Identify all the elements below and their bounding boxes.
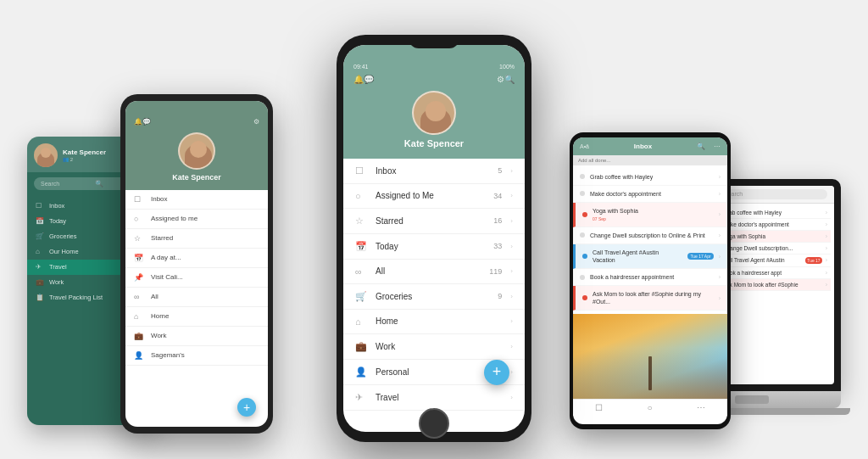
list-item[interactable]: 📅 Today 33 › <box>343 234 525 260</box>
tasks-icon[interactable]: ☐ <box>595 403 603 412</box>
list-item[interactable]: ○ Assigned to me <box>125 210 268 229</box>
list-item[interactable]: ✈ Travel › <box>343 385 525 411</box>
chevron-right-icon: › <box>826 210 827 216</box>
list-item[interactable]: Yoga with Sophia › <box>720 231 831 243</box>
inbox-icon: ☐ <box>355 165 367 176</box>
list-item[interactable]: ○ Assigned to Me 34 › <box>343 184 525 209</box>
chevron-right-icon: › <box>719 254 721 260</box>
list-item[interactable]: ⌂ Home <box>125 307 268 327</box>
all-icon: ∞ <box>134 293 144 301</box>
task-dot <box>580 275 585 280</box>
today-icon: 📅 <box>36 217 44 226</box>
chevron-right-icon: › <box>826 257 827 263</box>
list-item[interactable]: Book a hairdresser appt › <box>720 267 831 279</box>
list-item[interactable]: Book a hairdresser appointment › <box>573 269 727 286</box>
star-icon: ☆ <box>355 216 367 227</box>
list-item[interactable]: Yoga with Sophia07 Sep › <box>573 203 727 227</box>
iphone-center: 09:41 100% 🔔 💬 ⚙ 🔍 Kate Spencer ☐ Inbox <box>337 35 531 442</box>
android-header: 🔔 💬 ⚙ Kate Spencer <box>125 101 268 190</box>
list-item[interactable]: ⌂ Home › <box>343 310 525 334</box>
avatar <box>178 132 215 170</box>
list-item[interactable]: Ask Mom to look after #Sophie › <box>720 279 831 291</box>
search-placeholder: Search <box>41 181 92 187</box>
chat-icon[interactable]: 💬 <box>142 118 151 126</box>
list-item[interactable]: ∞ All <box>125 288 268 307</box>
settings-icon[interactable]: ⚙ <box>253 118 259 126</box>
chevron-right-icon: › <box>719 295 721 301</box>
status-time: 09:41 <box>353 64 369 70</box>
chevron-right-icon: › <box>719 191 721 197</box>
inbox-icon: ☐ <box>36 202 44 210</box>
list-item[interactable]: Change Dwell subscription to Online & Pr… <box>573 227 727 244</box>
android-nav-list: ☐ Inbox ○ Assigned to me ☆ Starred 📅 A d… <box>125 190 268 366</box>
list-item[interactable]: Make doctor's appointment › <box>720 219 831 231</box>
task-dot <box>580 232 585 238</box>
more-icon[interactable]: ⋯ <box>697 403 705 412</box>
atr-bottom-nav: ☐ ○ ⋯ <box>573 399 727 416</box>
list-item[interactable]: ☆ Starred 16 › <box>343 209 525 234</box>
mac-main: Grab coffee with Hayley › Make doctor's … <box>716 204 834 383</box>
more-icon[interactable]: ⋯ <box>714 143 721 150</box>
chevron-right-icon: › <box>719 274 721 280</box>
chevron-right-icon: › <box>826 282 827 288</box>
list-item[interactable]: Change Dwell subscription... › <box>720 243 831 255</box>
avatar <box>412 91 456 135</box>
list-item[interactable]: Call Travel Agent #Austin Tue 17 › <box>720 255 831 267</box>
iphone-home-button[interactable] <box>419 408 449 439</box>
date-badge: Tue 17 <box>805 257 821 264</box>
list-item[interactable]: ∞ All 119 › <box>343 260 525 284</box>
list-item[interactable]: 💼 Work › <box>343 334 525 360</box>
date-badge: Tue 17 Apr <box>687 253 713 260</box>
assigned-icon: ○ <box>355 191 367 201</box>
person-icon: 👤 <box>355 367 367 378</box>
list-item[interactable]: 👤 Sageman's <box>125 346 268 366</box>
list-item[interactable]: ☐ Inbox 5 › <box>343 159 525 184</box>
chevron-right-icon: › <box>826 270 827 276</box>
android-phone: 🔔 💬 ⚙ Kate Spencer ☐ Inbox ○ Assigned to… <box>120 94 273 434</box>
task-dot <box>580 191 585 196</box>
atr-app-title: A•ā <box>580 143 589 149</box>
list-item[interactable]: Grab coffee with Hayley › <box>720 207 831 219</box>
fab-button[interactable]: + <box>237 398 256 417</box>
settings-icon[interactable]: ⚙ <box>497 75 504 84</box>
all-icon: ∞ <box>355 266 367 277</box>
list-item[interactable]: 📌 Visit Cali... <box>125 268 268 288</box>
travel-icon: ✈ <box>36 263 44 271</box>
chat-icon[interactable]: 💬 <box>364 75 374 84</box>
task-dot <box>582 212 587 217</box>
list-item[interactable]: Ask Mom to look after #Sophie during my … <box>573 286 727 311</box>
bell-icon[interactable]: 🔔 <box>134 118 142 126</box>
list-item[interactable]: 📅 A day at... <box>125 249 268 268</box>
search-icon[interactable]: 🔍 <box>504 75 515 84</box>
groceries-icon: 🛒 <box>36 232 44 241</box>
scene: Kate Spencer 👥 2 Search 🔍 ☐ Inbox 📅 Toda… <box>27 18 841 442</box>
work-icon: 💼 <box>36 278 44 287</box>
list-item[interactable]: ☐ Inbox <box>125 190 268 210</box>
iphone-notch <box>409 35 459 48</box>
chevron-right-icon: › <box>719 232 721 238</box>
visit-icon: 📌 <box>134 273 144 282</box>
list-icon: 📋 <box>36 294 44 302</box>
trackpad[interactable] <box>735 395 769 404</box>
bell-icon[interactable]: 🔔 <box>353 75 364 84</box>
status-battery: 100% <box>499 64 515 70</box>
list-item[interactable]: 🛒 Groceries 9 › <box>343 284 525 310</box>
list-item[interactable]: 💼 Work <box>125 327 268 346</box>
task-dot <box>582 295 587 300</box>
home-icon: ⌂ <box>134 312 144 321</box>
star-icon: ☆ <box>134 234 144 243</box>
atr-header: A•ā Inbox 🔍 ⋯ <box>573 137 727 155</box>
atr-task-list: Grab coffee with Hayley › Make doctor's … <box>573 165 727 315</box>
list-item[interactable]: Call Travel Agent #Austin Vacation Tue 1… <box>573 244 727 269</box>
atr-title: Inbox <box>594 143 692 150</box>
list-item[interactable]: Grab coffee with Hayley › <box>573 169 727 186</box>
android-tablet-right: A•ā Inbox 🔍 ⋯ Add all done... Grab coffe… <box>570 132 731 429</box>
add-all-label: Add all done... <box>573 155 727 165</box>
fab-button[interactable]: + <box>484 360 509 385</box>
list-item[interactable]: ☆ Starred <box>125 229 268 249</box>
search-icon[interactable]: 🔍 <box>697 143 705 150</box>
activity-icon[interactable]: ○ <box>647 403 652 412</box>
chevron-right-icon: › <box>826 221 827 227</box>
user-name: Kate Spencer <box>404 138 464 148</box>
list-item[interactable]: Make doctor's appointment › <box>573 186 727 203</box>
